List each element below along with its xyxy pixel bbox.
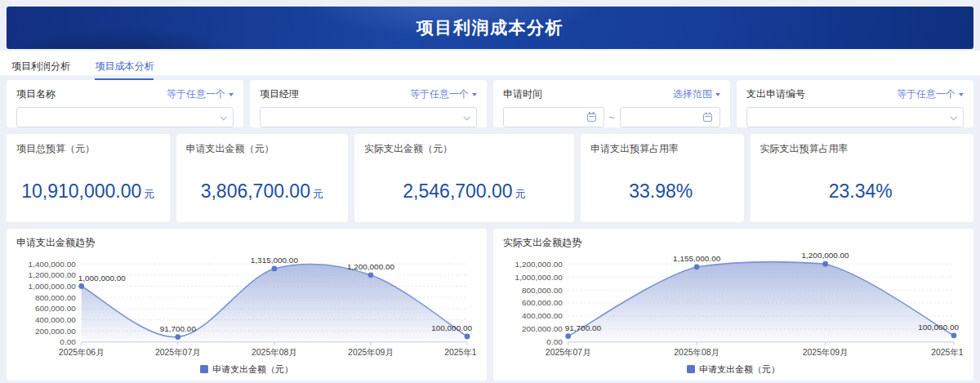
caret-down-icon: [229, 93, 234, 96]
kpi-value: 3,806,700.00元: [186, 180, 338, 203]
filter-label: 项目经理: [260, 87, 299, 101]
page-banner: 项目利润成本分析: [7, 7, 973, 49]
svg-text:2025年09月: 2025年09月: [803, 348, 849, 357]
svg-text:91,700.00: 91,700.00: [565, 323, 602, 332]
svg-text:400,000.00: 400,000.00: [522, 311, 563, 320]
caret-down-icon: [959, 93, 964, 96]
svg-text:1,000,000.00: 1,000,000.00: [515, 273, 564, 282]
svg-text:1,155,000.00: 1,155,000.00: [673, 254, 721, 263]
svg-text:2025年10月: 2025年10月: [444, 348, 477, 357]
svg-text:1,400,000.00: 1,400,000.00: [29, 260, 77, 269]
project-manager-select[interactable]: [260, 107, 477, 127]
svg-text:1,000,000.00: 1,000,000.00: [78, 274, 127, 283]
legend-label: 申请支出金额（元）: [699, 363, 780, 376]
kpi-actual-expense: 实际支出金额（元） 2,546,700.00元: [354, 134, 574, 222]
filter-condition-dropdown[interactable]: 等于任意一个: [167, 87, 234, 101]
kpi-applied-expense: 申请支出金额（元） 3,806,700.00元: [176, 134, 348, 222]
svg-text:1,200,000.00: 1,200,000.00: [347, 262, 395, 271]
tab-bar: 项目利润分析 项目成本分析: [0, 51, 980, 75]
svg-text:200,000.00: 200,000.00: [522, 324, 563, 333]
kpi-value: 33.98%: [590, 180, 734, 203]
svg-text:2025年08月: 2025年08月: [252, 348, 297, 357]
svg-text:400,000.00: 400,000.00: [35, 315, 76, 324]
svg-text:2025年09月: 2025年09月: [348, 348, 394, 357]
start-date-input[interactable]: [503, 107, 604, 127]
calendar-icon: [703, 114, 712, 122]
svg-text:2025年06月: 2025年06月: [59, 348, 105, 357]
kpi-value: 10,910,000.00元: [16, 180, 160, 203]
chevron-down-icon: [220, 114, 226, 120]
chart-title: 实际支出金额趋势: [503, 236, 964, 249]
filter-project-name: 项目名称 等于任意一个: [7, 80, 243, 127]
kpi-applied-budget-rate: 申请支出预算占用率 33.98%: [581, 134, 744, 222]
svg-text:1,200,000.00: 1,200,000.00: [515, 260, 564, 269]
filter-label: 申请时间: [503, 87, 542, 101]
svg-text:800,000.00: 800,000.00: [35, 293, 76, 302]
kpi-label: 申请支出预算占用率: [590, 142, 734, 156]
svg-text:0.00: 0.00: [60, 337, 76, 346]
svg-text:800,000.00: 800,000.00: [522, 286, 563, 295]
kpi-value: 23.34%: [760, 180, 964, 203]
svg-text:2025年10月: 2025年10月: [931, 348, 964, 357]
svg-text:600,000.00: 600,000.00: [35, 304, 76, 313]
chart-title: 申请支出金额趋势: [16, 236, 477, 249]
svg-text:2025年07月: 2025年07月: [155, 348, 201, 357]
tab-cost-analysis[interactable]: 项目成本分析: [95, 60, 154, 80]
legend-label: 申请支出金额（元）: [212, 363, 293, 376]
project-name-select[interactable]: [16, 107, 234, 127]
page-title: 项目利润成本分析: [416, 16, 564, 39]
kpi-row: 项目总预算（元） 10,910,000.00元 申请支出金额（元） 3,806,…: [7, 134, 973, 222]
actual-expense-trend-chart: 0.00200,000.00400,000.00600,000.00800,00…: [503, 251, 964, 362]
svg-text:100,000.00: 100,000.00: [918, 323, 959, 332]
svg-text:2025年07月: 2025年07月: [546, 348, 591, 357]
filter-label: 支出申请编号: [746, 87, 805, 101]
charts-row: 申请支出金额趋势 0.00200,000.00400,000.00600,000…: [7, 229, 973, 381]
tab-profit-analysis[interactable]: 项目利润分析: [11, 60, 70, 80]
svg-text:600,000.00: 600,000.00: [522, 299, 563, 308]
caret-down-icon: [472, 93, 477, 96]
calendar-icon: [587, 114, 596, 122]
filter-condition-dropdown[interactable]: 选择范围: [673, 87, 720, 101]
legend-swatch-icon: [687, 365, 695, 373]
filter-label: 项目名称: [16, 87, 56, 101]
caret-down-icon: [715, 93, 720, 96]
chart-card-actual-trend: 实际支出金额趋势 0.00200,000.00400,000.00600,000…: [493, 229, 973, 381]
kpi-value: 2,546,700.00元: [364, 180, 564, 203]
kpi-label: 项目总预算（元）: [16, 142, 160, 156]
kpi-label: 实际支出金额（元）: [364, 142, 564, 156]
svg-text:1,200,000.00: 1,200,000.00: [802, 251, 850, 260]
chart-card-applied-trend: 申请支出金额趋势 0.00200,000.00400,000.00600,000…: [7, 229, 487, 381]
filter-condition-dropdown[interactable]: 等于任意一个: [897, 87, 964, 101]
legend-swatch-icon: [200, 365, 208, 373]
filter-project-manager: 项目经理 等于任意一个: [250, 80, 487, 127]
applied-expense-trend-chart: 0.00200,000.00400,000.00600,000.00800,00…: [16, 251, 477, 362]
svg-text:1,315,000.00: 1,315,000.00: [251, 256, 299, 265]
kpi-actual-budget-rate: 实际支出预算占用率 23.34%: [751, 134, 973, 222]
legend-item[interactable]: 申请支出金额（元）: [16, 362, 477, 376]
svg-text:1,000,000.00: 1,000,000.00: [29, 282, 77, 291]
end-date-input[interactable]: [620, 107, 721, 127]
legend-item[interactable]: 申请支出金额（元）: [503, 362, 964, 376]
svg-text:200,000.00: 200,000.00: [35, 327, 76, 336]
svg-text:0.00: 0.00: [546, 337, 563, 346]
kpi-label: 申请支出金额（元）: [186, 142, 338, 156]
chevron-down-icon: [463, 114, 470, 120]
filter-row: 项目名称 等于任意一个 项目经理 等于任意一个 申请时间 选择范围 ~ 支出申请…: [7, 80, 973, 127]
filter-expense-apply-no: 支出申请编号 等于任意一个: [737, 80, 973, 127]
kpi-total-budget: 项目总预算（元） 10,910,000.00元: [7, 134, 170, 222]
kpi-label: 实际支出预算占用率: [760, 142, 964, 156]
svg-text:91,700.00: 91,700.00: [160, 324, 197, 333]
chevron-down-icon: [950, 114, 956, 120]
svg-text:100,000.00: 100,000.00: [431, 323, 472, 332]
expense-apply-no-select[interactable]: [746, 107, 964, 127]
svg-text:2025年08月: 2025年08月: [674, 348, 719, 357]
date-range-separator: ~: [609, 112, 615, 123]
svg-text:1,200,000.00: 1,200,000.00: [29, 270, 77, 279]
filter-apply-time: 申请时间 选择范围 ~: [493, 80, 730, 127]
filter-condition-dropdown[interactable]: 等于任意一个: [410, 87, 477, 101]
